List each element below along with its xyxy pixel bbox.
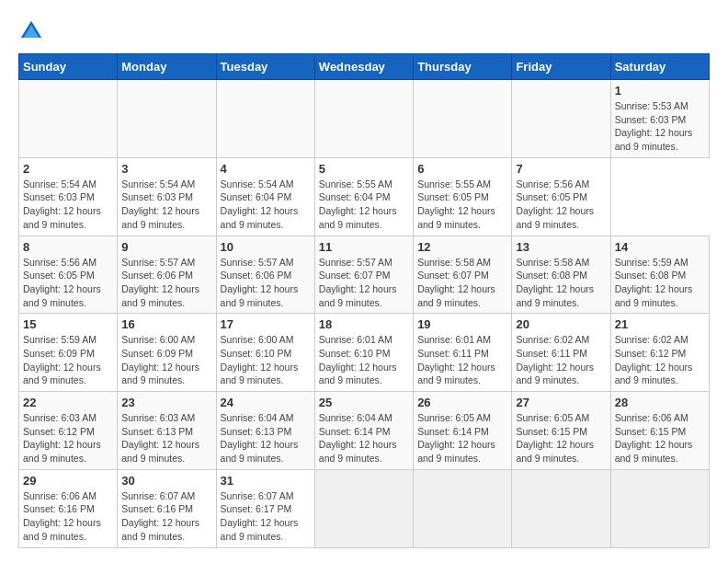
day-cell-8: 8Sunrise: 5:56 AMSunset: 6:05 PMDaylight… [19, 236, 118, 314]
day-cell-31: 31Sunrise: 6:07 AMSunset: 6:17 PMDayligh… [216, 469, 314, 547]
empty-cell [314, 80, 413, 158]
week-row-3: 8Sunrise: 5:56 AMSunset: 6:05 PMDaylight… [19, 236, 710, 314]
empty-cell [19, 80, 118, 158]
day-cell-13: 13Sunrise: 5:58 AMSunset: 6:08 PMDayligh… [512, 236, 610, 314]
logo [18, 18, 48, 44]
day-cell-6: 6Sunrise: 5:55 AMSunset: 6:05 PMDaylight… [414, 157, 512, 236]
empty-cell [414, 80, 512, 158]
day-cell-25: 25Sunrise: 6:04 AMSunset: 6:14 PMDayligh… [314, 392, 413, 470]
col-header-friday: Friday [512, 54, 610, 80]
day-cell-28: 28Sunrise: 6:06 AMSunset: 6:15 PMDayligh… [610, 392, 709, 470]
col-header-wednesday: Wednesday [314, 54, 413, 80]
empty-cell [118, 80, 216, 158]
day-cell-24: 24Sunrise: 6:04 AMSunset: 6:13 PMDayligh… [216, 392, 314, 470]
day-cell-19: 19Sunrise: 6:01 AMSunset: 6:11 PMDayligh… [414, 314, 512, 392]
empty-cell [512, 80, 610, 158]
day-cell-3: 3Sunrise: 5:54 AMSunset: 6:03 PMDaylight… [118, 157, 216, 236]
empty-cell [414, 469, 512, 547]
day-cell-23: 23Sunrise: 6:03 AMSunset: 6:13 PMDayligh… [118, 392, 216, 470]
day-cell-18: 18Sunrise: 6:01 AMSunset: 6:10 PMDayligh… [314, 314, 413, 392]
col-header-tuesday: Tuesday [216, 54, 314, 80]
week-row-2: 2Sunrise: 5:54 AMSunset: 6:03 PMDaylight… [19, 157, 710, 236]
week-row-5: 22Sunrise: 6:03 AMSunset: 6:12 PMDayligh… [19, 392, 710, 470]
day-cell-7: 7Sunrise: 5:56 AMSunset: 6:05 PMDaylight… [512, 157, 610, 236]
day-cell-5: 5Sunrise: 5:55 AMSunset: 6:04 PMDaylight… [314, 157, 413, 236]
day-cell-26: 26Sunrise: 6:05 AMSunset: 6:14 PMDayligh… [414, 392, 512, 470]
day-cell-1: 1Sunrise: 5:53 AMSunset: 6:03 PMDaylight… [610, 80, 709, 158]
col-header-saturday: Saturday [610, 54, 709, 80]
week-row-6: 29Sunrise: 6:06 AMSunset: 6:16 PMDayligh… [19, 469, 710, 547]
week-row-1: 1Sunrise: 5:53 AMSunset: 6:03 PMDaylight… [19, 80, 710, 158]
day-cell-22: 22Sunrise: 6:03 AMSunset: 6:12 PMDayligh… [19, 392, 118, 470]
day-cell-9: 9Sunrise: 5:57 AMSunset: 6:06 PMDaylight… [118, 236, 216, 314]
day-cell-21: 21Sunrise: 6:02 AMSunset: 6:12 PMDayligh… [610, 314, 709, 392]
day-cell-4: 4Sunrise: 5:54 AMSunset: 6:04 PMDaylight… [216, 157, 314, 236]
empty-cell [512, 469, 610, 547]
day-cell-27: 27Sunrise: 6:05 AMSunset: 6:15 PMDayligh… [512, 392, 610, 470]
logo-icon [18, 18, 44, 44]
day-cell-11: 11Sunrise: 5:57 AMSunset: 6:07 PMDayligh… [314, 236, 413, 314]
day-cell-29: 29Sunrise: 6:06 AMSunset: 6:16 PMDayligh… [19, 469, 118, 547]
day-cell-12: 12Sunrise: 5:58 AMSunset: 6:07 PMDayligh… [414, 236, 512, 314]
page-header [18, 18, 710, 44]
day-cell-20: 20Sunrise: 6:02 AMSunset: 6:11 PMDayligh… [512, 314, 610, 392]
header-row: SundayMondayTuesdayWednesdayThursdayFrid… [19, 54, 710, 80]
day-cell-15: 15Sunrise: 5:59 AMSunset: 6:09 PMDayligh… [19, 314, 118, 392]
day-cell-17: 17Sunrise: 6:00 AMSunset: 6:10 PMDayligh… [216, 314, 314, 392]
col-header-thursday: Thursday [414, 54, 512, 80]
empty-cell [216, 80, 314, 158]
empty-cell [610, 469, 709, 547]
day-cell-30: 30Sunrise: 6:07 AMSunset: 6:16 PMDayligh… [118, 469, 216, 547]
col-header-sunday: Sunday [19, 54, 118, 80]
col-header-monday: Monday [118, 54, 216, 80]
day-cell-16: 16Sunrise: 6:00 AMSunset: 6:09 PMDayligh… [118, 314, 216, 392]
week-row-4: 15Sunrise: 5:59 AMSunset: 6:09 PMDayligh… [19, 314, 710, 392]
day-cell-10: 10Sunrise: 5:57 AMSunset: 6:06 PMDayligh… [216, 236, 314, 314]
empty-cell [314, 469, 413, 547]
calendar-table: SundayMondayTuesdayWednesdayThursdayFrid… [18, 53, 710, 548]
day-cell-2: 2Sunrise: 5:54 AMSunset: 6:03 PMDaylight… [19, 157, 118, 236]
day-cell-14: 14Sunrise: 5:59 AMSunset: 6:08 PMDayligh… [610, 236, 709, 314]
